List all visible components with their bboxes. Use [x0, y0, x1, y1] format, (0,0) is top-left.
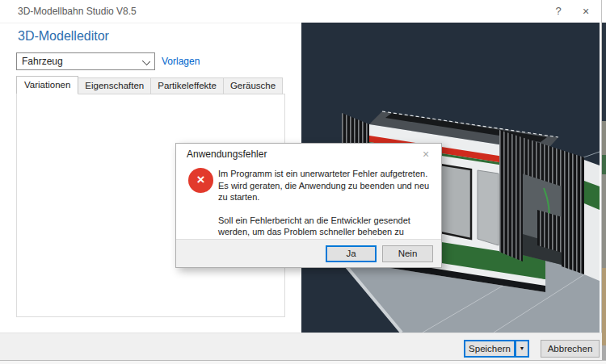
background-window-strip: [0, 360, 606, 364]
bellows-leg-left: [499, 158, 523, 261]
footer-bar: Speichern ▼ Abbrechen: [0, 333, 602, 360]
application-root: 3D-Modellbahn Studio V8.5 ? × 3D-Modelle…: [0, 0, 606, 364]
save-menu-button[interactable]: ▼: [515, 340, 529, 358]
error-dialog-title: Anwendungsfehler: [187, 149, 267, 160]
close-icon[interactable]: ×: [419, 147, 433, 161]
title-bar[interactable]: 3D-Modellbahn Studio V8.5 ? ×: [0, 0, 601, 23]
tab-eigenschaften[interactable]: Eigenschaften: [78, 77, 151, 94]
error-message-line1: Im Programm ist ein unerwarteter Fehler …: [218, 168, 434, 203]
help-icon[interactable]: ?: [551, 4, 566, 19]
close-icon[interactable]: ×: [579, 4, 593, 19]
chevron-down-icon: [142, 57, 150, 65]
door-window: [478, 170, 499, 245]
bellows-leg-right: [562, 176, 584, 274]
yes-button[interactable]: Ja: [326, 245, 377, 262]
vorlagen-link[interactable]: Vorlagen: [162, 56, 200, 67]
tab-bar: Variationen Eigenschaften Partikeleffekt…: [16, 77, 282, 94]
tab-geraeusche[interactable]: Geräusche: [223, 77, 283, 94]
window-title: 3D-Modellbahn Studio V8.5: [18, 6, 137, 17]
error-dialog: Anwendungsfehler × × Im Programm ist ein…: [175, 143, 442, 268]
category-select[interactable]: Fahrzeug: [16, 52, 155, 70]
error-icon: ×: [188, 168, 213, 193]
error-dialog-titlebar[interactable]: Anwendungsfehler ×: [176, 144, 441, 165]
page-title: 3D-Modelleditor: [18, 29, 109, 44]
category-select-value: Fahrzeug: [22, 56, 140, 67]
no-button[interactable]: Nein: [382, 245, 433, 262]
save-button[interactable]: Speichern: [464, 340, 516, 358]
error-dialog-footer: Ja Nein: [176, 239, 441, 267]
tab-variationen[interactable]: Variationen: [16, 76, 78, 94]
framed-window: [440, 165, 471, 239]
background-scene-strip: [602, 0, 606, 364]
cancel-button[interactable]: Abbrechen: [541, 340, 600, 358]
tab-partikeleffekte[interactable]: Partikeleffekte: [150, 77, 224, 94]
